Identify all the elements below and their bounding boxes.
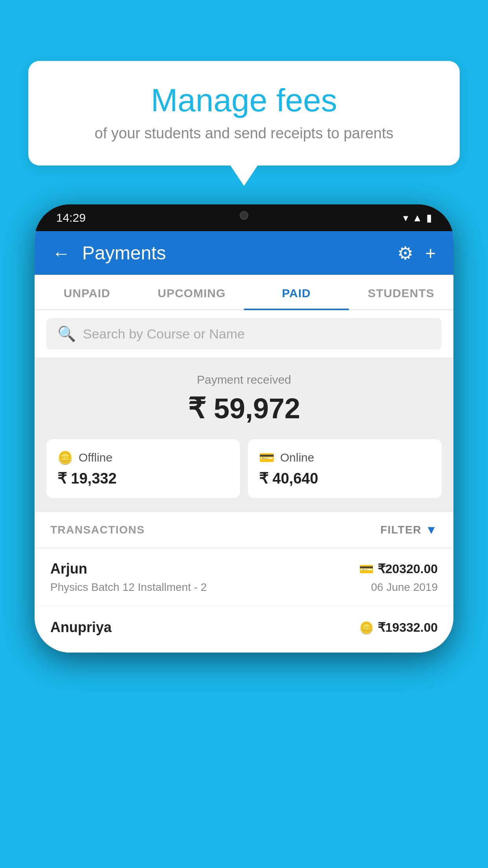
phone-notch — [209, 204, 279, 226]
transaction-top-2: Anupriya 🪙 ₹19332.00 — [50, 619, 438, 636]
transaction-course-1: Physics Batch 12 Installment - 2 — [50, 581, 207, 594]
phone-frame: 14:29 ▾ ▲ ▮ ← Payments ⚙ + UNPAID UPCOMI… — [35, 204, 453, 653]
bubble-title: Manage fees — [52, 83, 436, 118]
transaction-name-1: Arjun — [50, 561, 87, 577]
phone-status-bar: 14:29 ▾ ▲ ▮ — [35, 204, 453, 231]
offline-card-top: 🪙 Offline — [57, 450, 229, 465]
filter-label: FILTER — [380, 524, 422, 536]
filter-button[interactable]: FILTER ▼ — [380, 523, 438, 537]
tab-unpaid[interactable]: UNPAID — [35, 275, 139, 309]
transaction-name-2: Anupriya — [50, 619, 112, 636]
payment-received-section: Payment received ₹ 59,972 — [35, 357, 453, 439]
transaction-top-1: Arjun 💳 ₹20320.00 — [50, 561, 438, 577]
search-bar[interactable]: 🔍 Search by Course or Name — [46, 318, 442, 349]
payment-total-amount: ₹ 59,972 — [46, 392, 442, 425]
back-button[interactable]: ← — [52, 243, 70, 264]
tab-paid[interactable]: PAID — [244, 275, 349, 309]
transaction-bottom-1: Physics Batch 12 Installment - 2 06 June… — [50, 581, 438, 594]
online-amount: ₹ 40,640 — [259, 470, 431, 487]
battery-icon: ▮ — [426, 212, 432, 224]
app-screen: ← Payments ⚙ + UNPAID UPCOMING PAID STUD… — [35, 231, 453, 653]
bubble-subtitle: of your students and send receipts to pa… — [52, 125, 436, 142]
online-icon: 💳 — [259, 450, 275, 465]
tabs-bar: UNPAID UPCOMING PAID STUDENTS — [35, 275, 453, 310]
offline-label: Offline — [79, 451, 112, 464]
phone-status-icons: ▾ ▲ ▮ — [403, 212, 432, 224]
wifi-icon: ▾ — [403, 212, 408, 224]
payment-cards-row: 🪙 Offline ₹ 19,332 💳 Online ₹ 40,640 — [35, 439, 453, 512]
speech-bubble: Manage fees of your students and send re… — [28, 61, 460, 166]
settings-icon[interactable]: ⚙ — [397, 243, 413, 264]
search-icon: 🔍 — [57, 325, 76, 342]
payment-type-icon-2: 🪙 — [359, 621, 374, 634]
payment-type-icon-1: 💳 — [359, 562, 374, 576]
offline-amount: ₹ 19,332 — [57, 470, 229, 487]
offline-card: 🪙 Offline ₹ 19,332 — [46, 439, 240, 498]
signal-icon: ▲ — [412, 212, 422, 224]
search-bar-wrapper: 🔍 Search by Course or Name — [35, 310, 453, 357]
add-icon[interactable]: + — [425, 243, 436, 264]
table-row[interactable]: Arjun 💳 ₹20320.00 Physics Batch 12 Insta… — [35, 548, 453, 607]
tab-students[interactable]: STUDENTS — [349, 275, 454, 309]
filter-icon: ▼ — [426, 523, 438, 537]
tab-upcoming[interactable]: UPCOMING — [139, 275, 244, 309]
transactions-label: TRANSACTIONS — [50, 524, 145, 536]
transaction-amount-1: ₹20320.00 — [378, 561, 438, 576]
transaction-date-1: 06 June 2019 — [371, 581, 438, 594]
transaction-amount-2: ₹19332.00 — [378, 620, 438, 635]
offline-icon: 🪙 — [57, 450, 73, 465]
online-label: Online — [280, 451, 314, 464]
online-card: 💳 Online ₹ 40,640 — [248, 439, 442, 498]
phone-camera — [240, 211, 248, 220]
phone-time: 14:29 — [56, 211, 86, 224]
header-actions: ⚙ + — [397, 243, 436, 264]
online-card-top: 💳 Online — [259, 450, 431, 465]
payment-received-label: Payment received — [46, 373, 442, 386]
transaction-amount-wrap-1: 💳 ₹20320.00 — [359, 561, 438, 576]
transaction-amount-wrap-2: 🪙 ₹19332.00 — [359, 620, 438, 635]
table-row[interactable]: Anupriya 🪙 ₹19332.00 — [35, 607, 453, 653]
transactions-header: TRANSACTIONS FILTER ▼ — [35, 512, 453, 548]
app-header: ← Payments ⚙ + — [35, 231, 453, 275]
search-input[interactable]: Search by Course or Name — [83, 326, 245, 342]
page-title: Payments — [82, 242, 385, 264]
